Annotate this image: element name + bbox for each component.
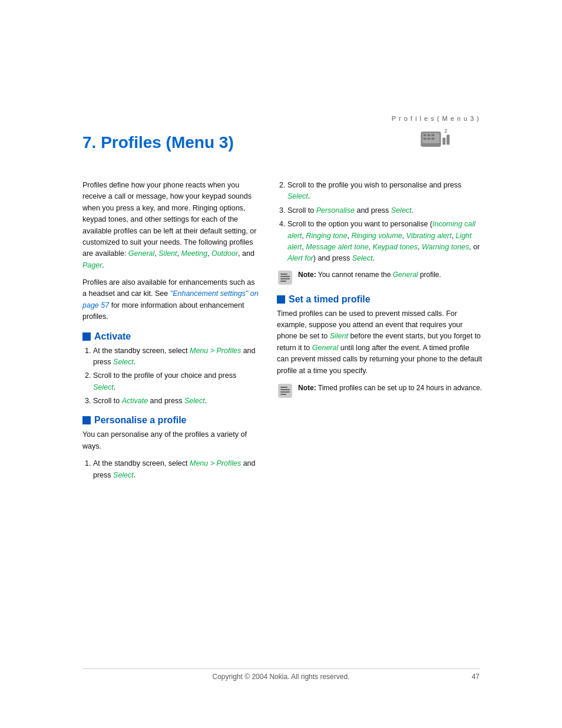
general-timed-link: General	[312, 344, 338, 352]
note-icon-1	[277, 269, 293, 286]
breadcrumb-text: P r o f i l e s ( M e n u 3 )	[392, 115, 480, 122]
intro-para-2: Profiles are also available for enhancem…	[82, 277, 259, 323]
timed-profile-title: Set a timed profile	[289, 294, 371, 305]
svg-rect-18	[280, 389, 290, 390]
personalise-step-2: Scroll to the profile you wish to person…	[287, 180, 483, 203]
enhancement-link: "Enhancement settings" on page 57	[82, 289, 259, 309]
page-container: P r o f i l e s ( M e n u 3 ) 7. Profile…	[0, 0, 562, 728]
general-note-link: General	[393, 271, 418, 279]
personalise-title: Personalise a profile	[94, 415, 187, 426]
note-1: Note: You cannot rename the General prof…	[277, 269, 483, 286]
page-number: 47	[472, 673, 480, 681]
personalise-heading: Personalise a profile	[82, 415, 259, 426]
personalise-steps-right: Scroll to the profile you wish to person…	[287, 180, 483, 265]
svg-rect-8	[442, 138, 445, 145]
activate-menu-profiles: Menu > Profiles	[190, 347, 241, 355]
personalise-select-1: Select	[113, 471, 134, 479]
message-alert-tone-link: Message alert tone	[306, 243, 368, 251]
silent-link: Silent	[158, 249, 177, 258]
outdoor-link: Outdoor	[211, 249, 238, 258]
silent-timed-link: Silent	[330, 332, 348, 340]
ringing-tone-link: Ringing tone	[306, 232, 347, 240]
chapter-title-text: Profiles (Menu 3)	[101, 133, 234, 151]
meeting-link: Meeting	[181, 249, 207, 258]
footer-rule	[82, 668, 480, 669]
chapter-icon: 2	[418, 127, 454, 158]
svg-rect-11	[278, 271, 292, 285]
timed-profile-para: Timed profiles can be used to prevent mi…	[277, 308, 483, 377]
svg-rect-12	[280, 274, 287, 275]
personalise-select-2: Select	[287, 192, 308, 200]
personalise-step-4: Scroll to the option you want to persona…	[287, 219, 483, 265]
general-link: General	[128, 249, 154, 258]
breadcrumb: P r o f i l e s ( M e n u 3 )	[392, 115, 480, 122]
ringing-volume-link: Ringing volume	[351, 232, 402, 240]
note-2-text: Note: Timed profiles can be set up to 24…	[298, 383, 482, 393]
personalise-square	[82, 416, 91, 424]
personalise-select-4: Select	[352, 254, 373, 262]
svg-text:2: 2	[445, 128, 448, 134]
activate-link: Activate	[122, 397, 148, 405]
activate-select-1: Select	[113, 358, 134, 366]
svg-rect-15	[280, 281, 286, 282]
note-1-text: Note: You cannot rename the General prof…	[298, 269, 441, 280]
content-area: Profiles define how your phone reacts wh…	[82, 180, 483, 486]
activate-square	[82, 332, 91, 341]
svg-rect-2	[424, 134, 427, 136]
svg-rect-5	[424, 138, 427, 140]
intro-para-1: Profiles define how your phone reacts wh…	[82, 180, 259, 271]
chapter-title: 7. Profiles (Menu 3)	[82, 133, 234, 152]
activate-select-3: Select	[184, 397, 205, 405]
svg-rect-20	[280, 394, 286, 395]
chapter-title-area: 7. Profiles (Menu 3) 2	[82, 127, 471, 158]
svg-rect-13	[280, 276, 290, 277]
copyright-text: Copyright © 2004 Nokia. All rights reser…	[213, 673, 350, 681]
svg-rect-14	[280, 278, 290, 279]
svg-rect-4	[431, 134, 434, 136]
personalise-select-3: Select	[391, 206, 412, 215]
svg-rect-3	[427, 134, 430, 136]
note-2: Note: Timed profiles can be set up to 24…	[277, 383, 483, 399]
svg-rect-9	[447, 134, 449, 144]
timed-profile-heading: Set a timed profile	[277, 294, 483, 305]
left-column: Profiles define how your phone reacts wh…	[82, 180, 259, 486]
personalise-step-3: Scroll to Personalise and press Select.	[287, 205, 483, 216]
svg-rect-17	[280, 387, 287, 388]
activate-step-3: Scroll to Activate and press Select.	[93, 396, 259, 407]
svg-rect-6	[427, 138, 430, 140]
activate-step-1: At the standby screen, select Menu > Pro…	[93, 345, 259, 368]
warning-tones-link: Warning tones	[422, 243, 469, 251]
pager-link: Pager	[82, 261, 102, 269]
personalise-step-1: At the standby screen, select Menu > Pro…	[93, 458, 259, 481]
footer: Copyright © 2004 Nokia. All rights reser…	[82, 673, 480, 681]
chapter-number: 7.	[82, 133, 96, 151]
alert-for-link: Alert for	[287, 254, 313, 262]
vibrating-alert-link: Vibrating alert	[406, 232, 452, 240]
personalise-link: Personalise	[316, 206, 355, 215]
svg-rect-16	[278, 384, 292, 398]
personalise-intro: You can personalise any of the profiles …	[82, 429, 259, 452]
personalise-steps-left: At the standby screen, select Menu > Pro…	[93, 458, 259, 481]
note-icon-2	[277, 383, 293, 399]
activate-step-2: Scroll to the profile of your choice and…	[93, 370, 259, 393]
svg-rect-19	[280, 391, 290, 393]
activate-title: Activate	[94, 331, 131, 342]
activate-select-2: Select	[93, 383, 114, 391]
right-column: Scroll to the profile you wish to person…	[277, 180, 483, 486]
personalise-menu-profiles: Menu > Profiles	[190, 459, 241, 467]
activate-heading: Activate	[82, 331, 259, 342]
keypad-tones-link: Keypad tones	[373, 243, 418, 251]
activate-steps: At the standby screen, select Menu > Pro…	[93, 345, 259, 407]
svg-rect-7	[431, 138, 434, 140]
timed-profile-square	[277, 295, 285, 304]
